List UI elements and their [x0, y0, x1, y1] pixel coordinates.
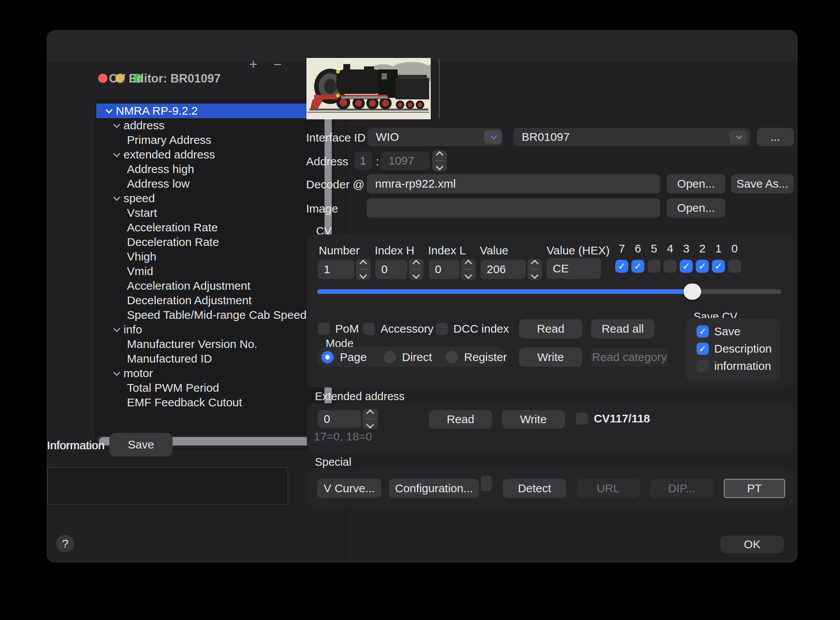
tree-item-deceleration-adjustment[interactable]: Deceleration Adjustment — [96, 293, 323, 308]
more-button[interactable]: ... — [757, 128, 794, 146]
mode-option-register[interactable]: Register — [446, 351, 508, 364]
bit-checkbox-3[interactable]: ✓ — [680, 260, 693, 273]
extended-read-button[interactable]: Read — [429, 410, 492, 429]
tree-item-info[interactable]: info — [96, 322, 323, 337]
bit-checkbox-5[interactable] — [647, 260, 660, 273]
cv-number-stepper[interactable] — [356, 259, 371, 280]
slider-thumb[interactable] — [684, 284, 701, 300]
cv-hex-field[interactable]: CE — [547, 258, 601, 279]
information-checkbox[interactable] — [697, 360, 709, 372]
decoder-path-field[interactable]: nmra-rp922.xml — [367, 174, 660, 193]
accessory-option[interactable]: Accessory — [363, 322, 433, 335]
bit-checkbox-2[interactable]: ✓ — [696, 260, 709, 273]
cv-read-all-button[interactable]: Read all — [591, 319, 654, 338]
bit-checkbox-0[interactable] — [728, 260, 741, 273]
radio-direct[interactable] — [384, 351, 396, 363]
address-index-field[interactable]: 1 — [354, 152, 372, 170]
cv-read-category-button[interactable]: Read category — [591, 348, 668, 367]
chevron-down-icon[interactable] — [113, 150, 120, 157]
cv-write-button[interactable]: Write — [519, 348, 582, 367]
pt-button[interactable]: PT — [724, 479, 785, 498]
decoder-open-button[interactable]: Open... — [667, 174, 725, 193]
cv-indexh-field[interactable]: 0 — [375, 260, 407, 279]
save-checkbox[interactable]: ✓ — [697, 325, 709, 338]
extended-address-stepper[interactable] — [362, 409, 378, 429]
save-cv-option-save[interactable]: ✓Save — [697, 325, 772, 338]
dcc-index-checkbox[interactable] — [436, 323, 448, 335]
dcc-index-option[interactable]: DCC index — [436, 322, 509, 335]
save-cv-option-description[interactable]: ✓Description — [697, 342, 772, 355]
information-textarea[interactable] — [48, 467, 288, 505]
interface-id-dropdown[interactable]: WIO — [367, 128, 502, 146]
loco-dropdown-button[interactable] — [730, 130, 747, 144]
tree-item-vstart[interactable]: Vstart — [96, 206, 323, 220]
tree-item-total-pwm-period[interactable]: Total PWM Period — [96, 381, 323, 395]
save-cv-option-information[interactable]: information — [697, 359, 772, 373]
remove-button[interactable]: − — [273, 58, 282, 71]
detect-button[interactable]: Detect — [503, 479, 566, 498]
configuration-checkbox[interactable] — [481, 476, 492, 491]
cv117-option[interactable]: CV117/118 — [576, 412, 650, 425]
mode-option-direct[interactable]: Direct — [384, 351, 446, 364]
configuration-button[interactable]: Configuration... — [389, 479, 479, 498]
radio-register[interactable] — [446, 351, 458, 363]
tree-item-manufactured-id[interactable]: Manufactured ID — [96, 351, 323, 366]
image-open-button[interactable]: Open... — [667, 198, 725, 218]
bit-checkbox-6[interactable]: ✓ — [631, 260, 644, 273]
tree-item-speed-table-mid-range-cab-speed-step[interactable]: Speed Table/Mid-range Cab Speed Step — [96, 308, 323, 322]
tree-item-manufacturer-version-no-[interactable]: Manufacturer Version No. — [96, 337, 323, 351]
add-button[interactable]: + — [249, 58, 257, 71]
tree-item-acceleration-adjustment[interactable]: Acceleration Adjustment — [96, 279, 323, 293]
decoder-saveas-button[interactable]: Save As... — [731, 174, 794, 193]
tree-item-vhigh[interactable]: Vhigh — [96, 249, 323, 264]
tree-item-acceleration-rate[interactable]: Acceleration Rate — [96, 220, 323, 235]
tree-item-primary-address[interactable]: Primary Address — [96, 133, 323, 147]
radio-page[interactable] — [321, 351, 334, 363]
help-button[interactable]: ? — [56, 535, 74, 552]
pom-option[interactable]: PoM — [318, 322, 359, 335]
tree-item-address-low[interactable]: Address low — [96, 176, 323, 191]
cv-read-button[interactable]: Read — [519, 319, 582, 338]
chevron-down-icon[interactable] — [105, 106, 112, 113]
tree-item-deceleration-rate[interactable]: Deceleration Rate — [96, 235, 323, 249]
tree-item-speed[interactable]: speed — [96, 191, 323, 206]
cv-indexl-stepper[interactable] — [461, 259, 476, 280]
tree-item-emf-feedback-cutout[interactable]: EMF Feedback Cutout — [96, 395, 323, 410]
interface-id-dropdown-button[interactable] — [484, 130, 502, 144]
url-button[interactable]: URL — [576, 479, 640, 498]
cv-indexl-field[interactable]: 0 — [429, 260, 460, 279]
ok-button[interactable]: OK — [720, 536, 784, 553]
bit-checkbox-4[interactable] — [664, 260, 677, 273]
chevron-down-icon[interactable] — [113, 121, 120, 128]
bit-checkbox-7[interactable]: ✓ — [615, 260, 628, 273]
chevron-down-icon[interactable] — [113, 325, 120, 332]
cv-value-slider-track[interactable] — [317, 289, 781, 294]
cv-number-field[interactable]: 1 — [318, 260, 354, 279]
tree-item-extended-address[interactable]: extended address — [96, 147, 323, 162]
pom-checkbox[interactable] — [318, 323, 330, 335]
cv-value-field[interactable]: 206 — [481, 260, 526, 279]
address-stepper[interactable] — [432, 150, 447, 171]
image-path-field[interactable] — [367, 198, 660, 218]
dip-button[interactable]: DIP... — [650, 479, 713, 498]
tree-item-motor[interactable]: motor — [96, 366, 323, 381]
information-save-button[interactable]: Save — [109, 433, 173, 457]
close-window-button[interactable] — [98, 74, 107, 83]
cv-indexh-stepper[interactable] — [409, 259, 423, 280]
loco-dropdown[interactable]: BR01097 — [513, 128, 750, 146]
extended-address-field[interactable]: 0 — [318, 410, 361, 428]
chevron-down-icon[interactable] — [113, 369, 120, 376]
extended-write-button[interactable]: Write — [502, 410, 565, 429]
bit-checkbox-1[interactable]: ✓ — [712, 260, 725, 273]
cv-value-stepper[interactable] — [527, 259, 542, 280]
v-curve-button[interactable]: V Curve... — [317, 479, 381, 498]
description-checkbox[interactable]: ✓ — [697, 343, 709, 355]
mode-option-page[interactable]: Page — [321, 351, 384, 364]
accessory-checkbox[interactable] — [363, 323, 375, 335]
tree-item-address-high[interactable]: Address high — [96, 162, 323, 176]
tree-item-nmra-rp-9-2-2[interactable]: NMRA RP-9.2.2 — [96, 104, 323, 118]
chevron-down-icon[interactable] — [113, 194, 120, 201]
address-value-field[interactable]: 1097 — [380, 152, 430, 170]
tree-item-address[interactable]: address — [96, 118, 323, 133]
tree-item-vmid[interactable]: Vmid — [96, 264, 323, 279]
